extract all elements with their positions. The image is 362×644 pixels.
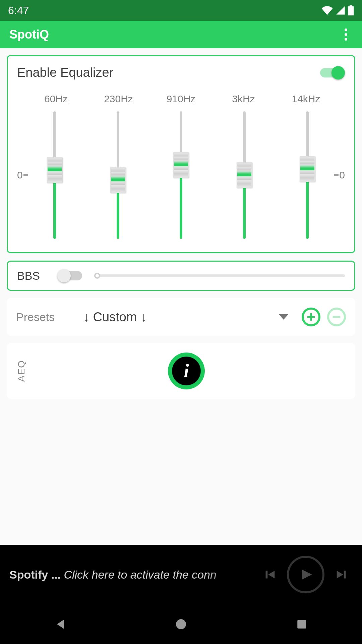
cell-signal-icon [336,6,345,15]
presets-label: Presets [16,311,70,324]
bbs-card: BBS [7,261,355,291]
nav-home-icon [175,618,187,630]
eq-zero-right: 0 [326,169,345,181]
bbs-toggle[interactable] [57,269,84,282]
play-button[interactable] [287,556,324,593]
bbs-slider[interactable] [94,272,345,279]
bbs-label: BBS [17,269,47,282]
plus-icon [306,312,316,322]
enable-equalizer-toggle[interactable] [318,66,345,79]
system-nav-bar [0,604,362,644]
wifi-icon [321,6,333,15]
add-preset-button[interactable] [302,308,320,326]
minus-icon [331,312,342,322]
skip-previous-icon [262,567,277,582]
eq-band-label: 14kHz [286,93,326,105]
equalizer-card: Enable Equalizer 60Hz 230Hz 910Hz 3kHz 1… [7,55,355,253]
eq-band-label: 60Hz [36,93,76,105]
previous-track-button[interactable] [259,564,280,585]
remove-preset-button [327,308,346,326]
status-bar: 6:47 [0,0,362,21]
app-title: SpotiQ [9,28,49,42]
presets-selected: ↓ Custom ↓ [83,310,147,324]
status-time: 6:47 [8,4,29,17]
status-icons [321,5,354,15]
eq-band-label: 910Hz [161,93,201,105]
chevron-down-icon [279,314,288,320]
more-vert-icon [345,29,347,31]
skip-next-icon [334,567,350,582]
battery-icon [348,5,354,15]
aeq-label: AEQ [16,360,27,382]
eq-slider-230hz[interactable] [108,111,128,239]
info-icon: i [184,360,189,382]
nav-recent-icon [296,619,307,630]
aeq-info-button[interactable]: i [168,353,205,389]
back-button[interactable] [50,614,70,634]
eq-zero-left: 0 [17,169,36,181]
player-bar[interactable]: Spotify ... Click here to activate the c… [0,545,362,604]
home-button[interactable] [171,614,191,634]
recent-apps-button[interactable] [292,614,312,634]
enable-equalizer-label: Enable Equalizer [17,65,113,80]
app-bar: SpotiQ [0,21,362,48]
aeq-card: AEQ i [7,343,355,399]
nav-back-icon [54,618,67,631]
eq-band-labels: 60Hz 230Hz 910Hz 3kHz 14kHz [17,93,345,105]
overflow-menu-button[interactable] [339,28,353,41]
eq-band-label: 230Hz [99,93,139,105]
eq-band-label: 3kHz [224,93,264,105]
svg-rect-1 [297,620,306,629]
player-now-playing-text: Spotify ... Click here to activate the c… [9,568,252,581]
eq-slider-3khz[interactable] [234,111,254,239]
presets-select[interactable]: ↓ Custom ↓ [76,310,295,324]
eq-slider-60hz[interactable] [45,111,65,239]
svg-point-0 [176,619,186,629]
next-track-button[interactable] [331,564,353,585]
eq-sliders [36,111,326,239]
presets-card: Presets ↓ Custom ↓ [7,298,355,336]
play-icon [297,566,314,583]
eq-slider-14khz[interactable] [297,111,317,239]
eq-slider-910hz[interactable] [171,111,191,239]
